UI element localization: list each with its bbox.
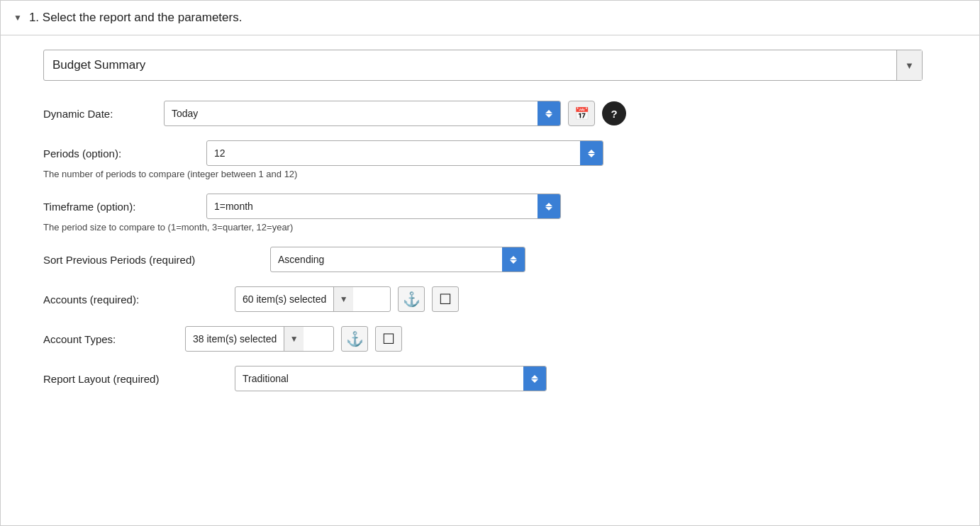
timeframe-select[interactable]: 1=month [206, 194, 561, 219]
uncheck-all-icon: ☐ [439, 291, 452, 308]
chevron-down-icon: ▼ [340, 294, 348, 304]
periods-value: 12 [207, 147, 580, 159]
section-header: ▼ 1. Select the report and the parameter… [1, 1, 979, 35]
dynamic-date-inline: Dynamic Date: Today 📅 ? [43, 101, 937, 126]
periods-hint: The number of periods to compare (intege… [43, 169, 937, 179]
dynamic-date-value: Today [165, 108, 538, 119]
timeframe-label: Timeframe (option): [43, 201, 199, 213]
timeframe-value: 1=month [207, 201, 538, 212]
calendar-icon: 📅 [574, 106, 589, 121]
dynamic-date-label: Dynamic Date: [43, 108, 157, 120]
form-body: Budget Summary ▼ Dynamic Date: Today 📅 [1, 35, 979, 427]
chevron-down-icon: ▼ [905, 60, 914, 71]
arrow-up-icon [545, 203, 552, 206]
report-select-value: Budget Summary [44, 58, 896, 72]
sort-value: Ascending [271, 254, 502, 265]
account-types-uncheck-all-btn[interactable]: ☐ [375, 326, 402, 352]
sort-select[interactable]: Ascending [270, 247, 525, 272]
accounts-inline: Accounts (required): 60 item(s) selected… [43, 286, 937, 312]
accounts-label: Accounts (required): [43, 293, 228, 306]
periods-row: Periods (option): 12 The number of perio… [43, 140, 937, 179]
accounts-value: 60 item(s) selected [235, 293, 333, 305]
sort-inline: Sort Previous Periods (required) Ascendi… [43, 247, 937, 272]
sort-label: Sort Previous Periods (required) [43, 254, 263, 266]
calendar-button[interactable]: 📅 [568, 101, 595, 126]
report-layout-spinner-btn[interactable] [523, 366, 546, 391]
dynamic-date-spinner-btn[interactable] [538, 101, 560, 125]
timeframe-row: Timeframe (option): 1=month The period s… [43, 194, 937, 233]
arrow-up-icon [588, 150, 595, 153]
timeframe-hint: The period size to compare to (1=month, … [43, 222, 937, 233]
report-select-wrapper[interactable]: Budget Summary ▼ [43, 50, 923, 81]
question-mark-icon: ? [611, 108, 617, 120]
periods-spinner-btn[interactable] [580, 141, 603, 165]
section-title: 1. Select the report and the parameters. [29, 11, 243, 25]
report-layout-select[interactable]: Traditional [235, 366, 547, 391]
arrow-down-icon [510, 260, 517, 264]
check-all-icon: ⚓ [403, 291, 421, 308]
check-all-icon: ⚓ [346, 330, 364, 347]
accounts-check-all-btn[interactable]: ⚓ [398, 286, 425, 312]
account-types-value: 38 item(s) selected [186, 333, 284, 345]
account-types-inline: Account Types: 38 item(s) selected ▼ ⚓ ☐ [43, 326, 937, 352]
report-layout-value: Traditional [235, 373, 523, 384]
periods-select[interactable]: 12 [206, 140, 603, 166]
chevron-down-icon: ▼ [290, 334, 299, 344]
arrow-up-icon [531, 375, 538, 379]
timeframe-inline: Timeframe (option): 1=month [43, 194, 937, 219]
report-select-dropdown-btn[interactable]: ▼ [896, 50, 922, 80]
help-button[interactable]: ? [602, 101, 626, 125]
report-selector-row: Budget Summary ▼ [43, 50, 937, 81]
account-types-dropdown-btn[interactable]: ▼ [284, 327, 304, 351]
dynamic-date-row: Dynamic Date: Today 📅 ? [43, 101, 937, 126]
report-layout-label: Report Layout (required) [43, 373, 228, 385]
account-types-label: Account Types: [43, 333, 178, 345]
report-layout-row: Report Layout (required) Traditional [43, 366, 937, 391]
sort-row: Sort Previous Periods (required) Ascendi… [43, 247, 937, 272]
arrow-down-icon [588, 154, 595, 157]
account-types-row: Account Types: 38 item(s) selected ▼ ⚓ ☐ [43, 326, 937, 352]
accounts-row: Accounts (required): 60 item(s) selected… [43, 286, 937, 312]
sort-spinner-btn[interactable] [502, 247, 525, 272]
arrow-down-icon [531, 379, 538, 383]
account-types-multiselect[interactable]: 38 item(s) selected ▼ [185, 326, 334, 352]
dynamic-date-select[interactable]: Today [164, 101, 561, 126]
arrow-down-icon [545, 114, 552, 118]
arrow-up-icon [510, 256, 517, 259]
accounts-uncheck-all-btn[interactable]: ☐ [432, 286, 459, 312]
timeframe-spinner-btn[interactable] [538, 194, 560, 218]
accounts-multiselect[interactable]: 60 item(s) selected ▼ [235, 286, 391, 312]
uncheck-all-icon: ☐ [382, 330, 395, 347]
periods-inline: Periods (option): 12 [43, 140, 937, 166]
account-types-check-all-btn[interactable]: ⚓ [341, 326, 368, 352]
arrow-down-icon [545, 207, 552, 211]
periods-label: Periods (option): [43, 147, 199, 160]
accounts-dropdown-btn[interactable]: ▼ [333, 287, 353, 311]
arrow-up-icon [545, 110, 552, 113]
page-container: ▼ 1. Select the report and the parameter… [0, 0, 980, 526]
report-layout-inline: Report Layout (required) Traditional [43, 366, 937, 391]
section-chevron[interactable]: ▼ [13, 13, 22, 23]
